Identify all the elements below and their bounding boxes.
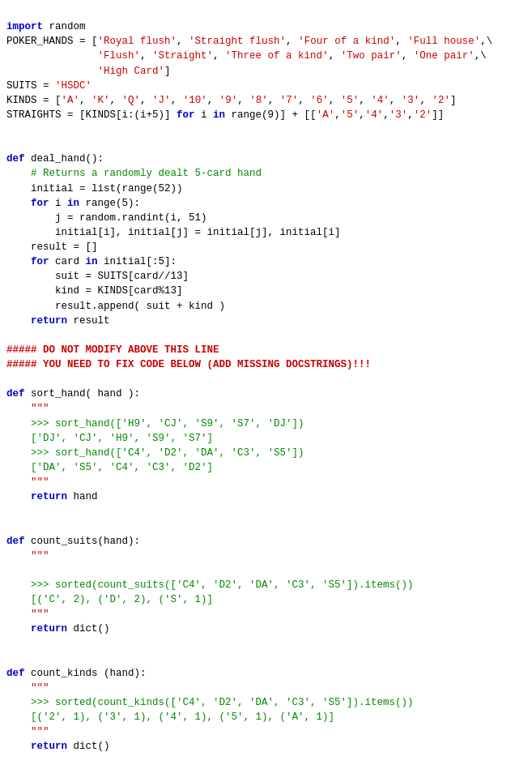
code-editor: import random POKER_HANDS = ['Royal flus… (0, 0, 532, 782)
import-keyword: import (6, 21, 43, 32)
